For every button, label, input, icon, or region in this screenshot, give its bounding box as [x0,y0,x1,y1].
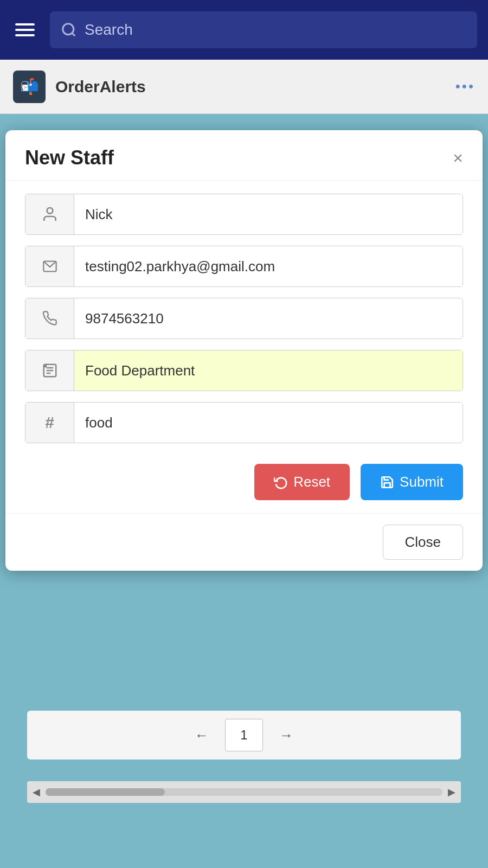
phone-field-container [25,298,463,339]
save-icon [380,475,394,489]
modal-close-x-button[interactable]: × [453,149,463,167]
search-icon [61,22,77,38]
name-input[interactable] [74,194,463,235]
next-page-button[interactable]: → [279,727,293,744]
email-icon [25,246,74,287]
scrollbar-thumb[interactable] [46,788,165,796]
horizontal-scrollbar[interactable]: ◀ ▶ [27,781,461,803]
scroll-left-button[interactable]: ◀ [33,786,40,798]
app-icon: 📬 [13,71,46,103]
scrollbar-track [46,788,442,796]
name-field-container [25,194,463,235]
svg-point-2 [47,208,53,214]
hamburger-button[interactable] [11,19,39,41]
phone-input[interactable] [74,298,463,339]
department-icon [25,350,74,391]
modal-title: New Staff [25,146,114,169]
svg-point-0 [63,24,74,35]
tag-icon: # [25,402,74,443]
reset-icon [274,475,288,489]
reset-button[interactable]: Reset [254,464,350,500]
app-header: 📬 OrderAlerts ••• [0,60,488,114]
submit-button[interactable]: Submit [361,464,463,500]
app-title: OrderAlerts [55,78,455,96]
user-icon [25,194,74,235]
phone-icon [25,298,74,339]
topbar: Search [0,0,488,60]
pagination: ← 1 → [27,711,461,760]
tag-field-container: # [25,402,463,443]
tag-input[interactable] [74,402,463,443]
email-input[interactable] [74,246,463,287]
modal-body: # [5,181,483,458]
modal-header: New Staff × [5,130,483,181]
department-input[interactable] [74,350,463,391]
close-footer-button[interactable]: Close [383,525,463,560]
modal-footer: Close [5,513,483,571]
email-field-container [25,246,463,287]
more-options-button[interactable]: ••• [455,78,475,95]
modal-actions: Reset Submit [5,458,483,513]
search-bar[interactable]: Search [50,11,477,48]
prev-page-button[interactable]: ← [195,727,209,744]
svg-point-5 [44,366,46,367]
search-label: Search [85,21,133,39]
current-page: 1 [225,719,263,751]
scroll-right-button[interactable]: ▶ [448,786,455,798]
new-staff-modal: New Staff × [5,130,483,571]
svg-line-1 [72,33,75,36]
department-field-container [25,350,463,391]
